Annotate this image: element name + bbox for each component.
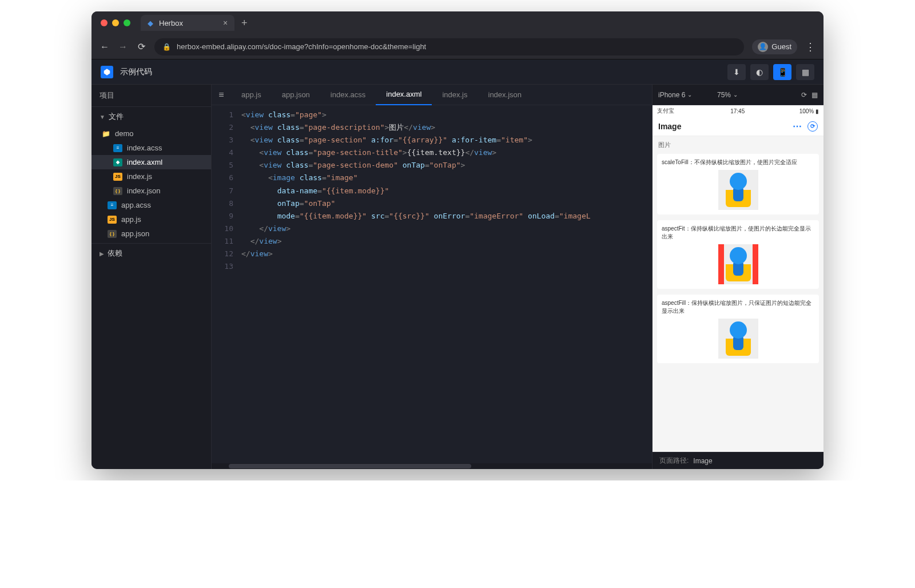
code-line[interactable]: 12</view> [212,248,652,260]
qr-button[interactable]: ▦ [796,64,814,80]
footer-value: Image [693,457,712,465]
device-selector[interactable]: iPhone 6 ⌄ [658,91,713,99]
editor-tabs: ≡ app.jsapp.jsonindex.acssindex.axmlinde… [212,85,652,105]
browser-menu-button[interactable]: ⋮ [805,41,815,53]
url-input[interactable]: 🔒 herbox-embed.alipay.com/s/doc-image?ch… [154,38,744,55]
profile-label: Guest [771,42,791,51]
code-line[interactable]: 1<view class="page"> [212,109,652,121]
files-label: 文件 [109,112,124,122]
sidebar-files-section[interactable]: ▼ 文件 [92,107,211,126]
status-battery: 100% ▮ [799,108,819,114]
phone-simulator: 支付宝 ⁠ 17:45 100% ▮ Image ⋯ ⟳ 图片 scaleToF… [653,105,824,452]
file-index-acss[interactable]: ≡index.acss [92,141,211,155]
file-index-json[interactable]: { }index.json [92,184,211,198]
code-line[interactable]: 7 data-name="{{item.mode}}" [212,185,652,197]
code-line[interactable]: 4 <view class="page-section-title">{{ite… [212,146,652,159]
file-name: index.js [127,172,152,181]
avatar-icon: 👤 [758,42,768,52]
main-area: 项目 ▼ 文件 📁 demo ≡index.acss◆index.axmlJSi… [92,85,824,469]
code-line[interactable]: 11 </view> [212,235,652,248]
file-name: index.axml [127,158,162,166]
code-editor[interactable]: 1<view class="page">2 <view class="page-… [212,105,652,463]
code-line[interactable]: 9 mode="{{item.mode}}" src="{{src}}" onE… [212,210,652,223]
preview-card: aspectFill：保持纵横比缩放图片，只保证图片的短边能完全显示出来 [657,295,819,363]
sidebar-project-label: 项目 [92,85,211,107]
header-buttons: ⬇ ◐ 📱 ▦ [727,64,814,80]
back-button[interactable]: ← [100,42,110,52]
phone-app-title: Image [658,122,681,131]
sidebar-deps-section[interactable]: ▶ 依赖 [92,243,211,263]
close-app-icon[interactable]: ⟳ [807,121,818,132]
card-image [662,170,814,210]
download-button[interactable]: ⬇ [727,64,746,80]
new-tab-button[interactable]: + [241,17,248,29]
device-name: iPhone 6 [658,91,685,99]
address-bar: ← → ⟳ 🔒 herbox-embed.alipay.com/s/doc-im… [92,34,824,59]
phone-preview-button[interactable]: 📱 [773,64,791,80]
app-logo-icon [101,66,113,78]
editor-tab-app-js[interactable]: app.js [231,85,272,105]
preview-toolbar: iPhone 6 ⌄ 75% ⌄ ⟳ ▦ [653,85,824,105]
minimize-window-button[interactable] [112,19,119,26]
file-app-acss[interactable]: ≡app.acss [92,198,211,212]
card-title: aspectFit：保持纵横比缩放图片，使图片的长边能完全显示出来 [662,225,814,241]
code-line[interactable]: 8 onTap="onTap" [212,197,652,210]
card-image [662,319,814,359]
forward-button[interactable]: → [118,42,128,52]
editor-panel: ≡ app.jsapp.jsonindex.acssindex.axmlinde… [212,85,652,469]
preview-panel: iPhone 6 ⌄ 75% ⌄ ⟳ ▦ 支付宝 ⁠ 17:45 100% ▮ [652,85,824,469]
preview-card: aspectFit：保持纵横比缩放图片，使图片的长边能完全显示出来 [657,220,819,289]
theme-button[interactable]: ◐ [750,64,769,80]
code-line[interactable]: 3 <view class="page-section" a:for="{{ar… [212,134,652,146]
file-app-js[interactable]: JSapp.js [92,212,211,227]
url-text: herbox-embed.alipay.com/s/doc-image?chIn… [177,42,426,51]
file-app-json[interactable]: { }app.json [92,227,211,241]
maximize-window-button[interactable] [124,19,130,26]
zoom-selector[interactable]: 75% ⌄ [717,91,738,99]
phone-status-bar: 支付宝 ⁠ 17:45 100% ▮ [653,105,824,117]
editor-tab-app-json[interactable]: app.json [272,85,320,105]
code-line[interactable]: 5 <view class="page-section-demo" onTap=… [212,159,652,172]
editor-tab-index-axml[interactable]: index.axml [376,85,432,105]
refresh-preview-button[interactable]: ⟳ [801,91,807,99]
file-name: app.js [121,215,141,224]
editor-tab-index-json[interactable]: index.json [478,85,532,105]
editor-tab-index-js[interactable]: index.js [432,85,478,105]
card-title: scaleToFill：不保持纵横比缩放图片，使图片完全适应 [662,158,814,166]
code-line[interactable]: 13 [212,260,652,273]
code-line[interactable]: 2 <view class="page-description">图片</vie… [212,121,652,134]
reload-button[interactable]: ⟳ [136,41,146,52]
file-index-js[interactable]: JSindex.js [92,169,211,184]
traffic-lights [101,19,130,26]
file-index-axml[interactable]: ◆index.axml [92,155,211,169]
close-tab-icon[interactable]: × [223,18,228,27]
zoom-value: 75% [717,91,731,99]
profile-button[interactable]: 👤 Guest [752,39,797,54]
code-line[interactable]: 10 </view> [212,223,652,235]
editor-menu-icon[interactable]: ≡ [212,90,231,100]
card-title: aspectFill：保持纵横比缩放图片，只保证图片的短边能完全显示出来 [662,299,814,315]
folder-demo[interactable]: 📁 demo [92,126,211,141]
preview-card: scaleToFill：不保持纵横比缩放图片，使图片完全适应 [657,154,819,214]
status-time: 17:45 [730,108,745,114]
titlebar: ◆ Herbox × + [92,11,824,34]
sidebar: 项目 ▼ 文件 📁 demo ≡index.acss◆index.axmlJSi… [92,85,212,469]
code-line[interactable]: 6 <image class="image" [212,172,652,184]
file-name: app.acss [121,201,151,209]
close-window-button[interactable] [101,19,108,26]
preview-footer: 页面路径: Image [653,452,824,469]
caret-right-icon: ▶ [100,251,104,257]
file-name: index.json [127,186,161,195]
horizontal-scrollbar[interactable] [212,463,652,469]
editor-tab-index-acss[interactable]: index.acss [320,85,376,105]
status-carrier: 支付宝 ⁠ [657,107,676,115]
tab-title: Herbox [159,19,183,27]
more-icon[interactable]: ⋯ [793,121,802,132]
folder-icon: 📁 [102,130,110,138]
grid-layout-button[interactable]: ▦ [811,91,818,99]
browser-tab[interactable]: ◆ Herbox × [141,15,234,31]
app-header: 示例代码 ⬇ ◐ 📱 ▦ [92,59,824,85]
js-file-icon: JS [113,173,122,181]
lock-icon: 🔒 [162,43,171,51]
app-title: 示例代码 [120,67,721,77]
